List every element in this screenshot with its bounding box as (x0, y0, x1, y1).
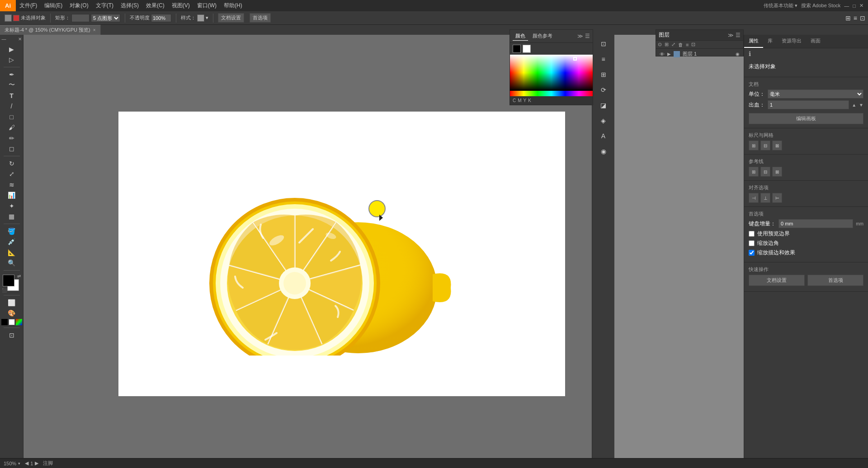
guide-btn2[interactable]: ⊟ (760, 167, 770, 177)
layer-panel-btn[interactable]: ⊡ (691, 42, 695, 47)
change-screen-mode[interactable]: ⬜ (5, 298, 18, 308)
color-tab[interactable]: 颜色 (513, 32, 528, 41)
zoom-control[interactable]: 150% ▾ (4, 461, 20, 466)
opacity-input[interactable] (151, 14, 171, 22)
minimize-btn[interactable]: — (844, 3, 849, 9)
prop-tab-library[interactable]: 库 (763, 35, 777, 48)
menu-select[interactable]: 选择(S) (117, 0, 142, 11)
style-arrow[interactable]: ▾ (206, 15, 208, 21)
gradient-swatch[interactable] (16, 319, 22, 325)
type-tool[interactable]: T (5, 91, 18, 101)
layer-move-btn[interactable]: ⤢ (671, 42, 675, 47)
scale-tool[interactable]: ⤢ (5, 169, 18, 179)
tab-close-btn[interactable]: × (93, 28, 96, 33)
arrange-icon[interactable]: ⊞ (845, 14, 851, 22)
bleed-increment-down[interactable]: ▼ (859, 103, 863, 108)
artboard-tool[interactable]: ⊡ (5, 330, 18, 340)
layers-icon-btn[interactable]: ⊡ (597, 37, 610, 50)
color-fg-box[interactable] (513, 45, 521, 53)
column-graph[interactable]: ▦ (5, 211, 18, 221)
menu-edit[interactable]: 编辑(E) (41, 0, 66, 11)
maximize-btn[interactable]: □ (853, 3, 856, 9)
align-right-btn[interactable]: ⊢ (772, 193, 782, 203)
next-page-btn[interactable]: ▶ (35, 460, 38, 466)
align-center-btn[interactable]: ⊥ (760, 193, 770, 203)
guide-btn3[interactable]: ⊠ (772, 167, 782, 177)
unit-select[interactable]: 毫米 (768, 89, 863, 98)
panel-close[interactable]: ✕ (18, 37, 22, 42)
ruler-btn[interactable]: ⊞ (749, 140, 759, 150)
rotate-tool[interactable]: ↻ (5, 159, 18, 168)
curvature-tool[interactable]: 〜 (5, 80, 18, 90)
eyedropper[interactable]: 💉 (5, 237, 18, 247)
preferences-btn[interactable]: 首选项 (248, 12, 273, 23)
search-label[interactable]: 搜索 Adobe Stock (801, 2, 840, 9)
quick-preferences-btn[interactable]: 首选项 (807, 275, 863, 286)
panel-collapse[interactable]: — (2, 37, 6, 42)
quick-doc-settings-btn[interactable]: 文档设置 (749, 275, 805, 286)
color-gradient-picker[interactable] (510, 55, 593, 91)
white-swatch[interactable] (9, 319, 15, 325)
menu-object[interactable]: 对象(O) (66, 0, 92, 11)
expand-icon[interactable]: ⊡ (860, 14, 865, 22)
guide-btn1[interactable]: ⊞ (749, 167, 759, 177)
menu-help[interactable]: 帮助(H) (220, 0, 246, 11)
zoom-tool[interactable]: 🔍 (5, 258, 18, 268)
stroke-swatch[interactable] (13, 15, 19, 21)
align-icon-btn[interactable]: ⊞ (597, 68, 610, 81)
foreground-color[interactable] (3, 275, 14, 286)
scale-effects-checkbox[interactable] (749, 250, 755, 256)
warp-tool[interactable]: ≋ (5, 180, 18, 190)
paintbrush-tool[interactable]: 🖌 (5, 122, 18, 132)
scale-corners-checkbox[interactable] (749, 240, 755, 246)
appearance-icon-btn[interactable]: ◈ (597, 114, 610, 127)
color-guide-tab[interactable]: 颜色参考 (530, 32, 555, 41)
pathfinder-icon-btn[interactable]: ◪ (597, 99, 610, 112)
menu-type[interactable]: 文字(T) (92, 0, 117, 11)
use-preview-checkbox[interactable] (749, 231, 755, 237)
page-nav[interactable]: ◀ 1 ▶ (25, 460, 38, 466)
doc-settings-btn[interactable]: 文档设置 (216, 12, 246, 23)
symbol-sprayer[interactable]: ✦ (5, 201, 18, 211)
line-tool[interactable]: / (5, 101, 18, 111)
layer-expand-icon[interactable]: ▶ (667, 51, 671, 56)
close-btn[interactable]: ✕ (859, 3, 863, 9)
layers-menu-btn[interactable]: ☰ (736, 32, 741, 38)
layer-item-1[interactable]: 👁 ▶ 图层 1 ◉ (656, 49, 743, 59)
edit-artboard-btn[interactable]: 编辑画板 (749, 113, 863, 124)
shape-input[interactable] (71, 14, 90, 22)
fill-swatch[interactable] (5, 14, 12, 22)
swap-colors[interactable]: ⇌ (17, 274, 21, 279)
layer-1-expand[interactable]: ◉ (736, 51, 740, 56)
menu-view[interactable]: 视图(V) (168, 0, 193, 11)
direct-selection-tool[interactable]: ▷ (5, 55, 18, 65)
panel-menu-btn[interactable]: ☰ (585, 33, 590, 39)
layer-new-btn[interactable]: ⊞ (665, 42, 669, 47)
preferences-button[interactable]: 首选项 (250, 13, 271, 23)
paint-bucket[interactable]: 🪣 (5, 226, 18, 236)
layer-options-btn[interactable]: ≡ (686, 42, 689, 47)
hue-slider[interactable] (510, 91, 593, 96)
bleed-increment-up[interactable]: ▲ (852, 103, 856, 108)
layer-locate-btn[interactable]: ⊙ (658, 42, 662, 47)
doc-settings-button[interactable]: 文档设置 (218, 13, 244, 23)
graph-tool[interactable]: 📊 (5, 190, 18, 200)
transform-icon-btn[interactable]: ⟳ (597, 84, 610, 96)
prop-tab-artboard[interactable]: 画面 (806, 35, 825, 48)
eraser-tool[interactable]: ◻ (5, 144, 18, 154)
snap-btn[interactable]: ⊠ (772, 140, 782, 150)
document-tab[interactable]: 未标题-4 * @ 150% (CMYK/GPU 预览) × (0, 25, 101, 35)
layer-delete-btn[interactable]: 🗑 (678, 42, 683, 47)
color-guide[interactable]: 🎨 (5, 308, 18, 318)
color-bg-box[interactable] (523, 45, 531, 53)
expand-panel-btn[interactable]: ≫ (577, 33, 583, 39)
grid-btn[interactable]: ⊟ (760, 140, 770, 150)
canvas-area[interactable] (24, 35, 592, 468)
zoom-arrow[interactable]: ▾ (18, 461, 20, 466)
prop-tab-properties[interactable]: 属性 (744, 35, 763, 48)
rectangle-tool[interactable]: □ (5, 112, 18, 122)
prev-page-btn[interactable]: ◀ (25, 460, 28, 466)
properties-icon-btn[interactable]: ≡ (597, 53, 610, 66)
pen-tool[interactable]: ✒ (5, 70, 18, 80)
bleed-input[interactable] (768, 100, 849, 109)
